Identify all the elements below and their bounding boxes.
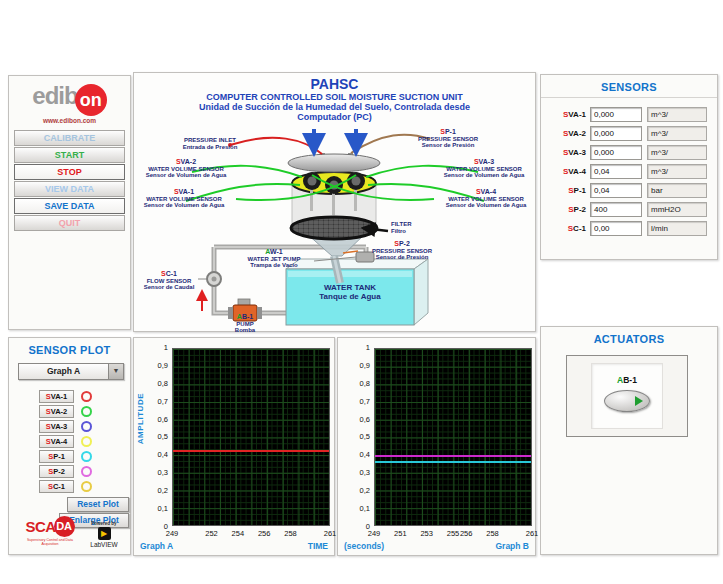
plot-series-line-red xyxy=(173,450,329,452)
calibrate-button[interactable]: CALIBRATE xyxy=(14,130,125,146)
graph-b-x-axis: 249251253255256258261 xyxy=(374,529,532,539)
x-axis-tick-label: 261 xyxy=(324,529,337,538)
x-axis-tick-label: 252 xyxy=(205,529,218,538)
legend-row-sva1: SVA-1 xyxy=(39,390,130,403)
y-axis-tick-label: 0,5 xyxy=(360,433,370,440)
sc1-plot-color-ring[interactable] xyxy=(81,481,92,492)
y-axis-tick-label: 0,1 xyxy=(158,505,168,512)
label-filter: FILTER Filtro xyxy=(391,221,437,234)
control-panel: edibon www.edibon.com CALIBRATE START ST… xyxy=(8,75,131,330)
quit-button[interactable]: QUIT xyxy=(14,215,125,231)
x-axis-tick-label: 261 xyxy=(526,529,539,538)
y-axis-tick-label: 0,4 xyxy=(158,451,168,458)
label-sva2: SVA-2 WATER VOLUME SENSOR Sensor de Volu… xyxy=(136,159,236,179)
graph-b-plot-area xyxy=(374,348,532,526)
y-axis-tick-label: 0,6 xyxy=(360,416,370,423)
actuator-inner: AB-1 xyxy=(591,363,663,429)
start-button[interactable]: START xyxy=(14,147,125,163)
y-axis-tick-label: 0,5 xyxy=(158,433,168,440)
sva2-plot-color-ring[interactable] xyxy=(81,406,92,417)
x-axis-tick-label: 258 xyxy=(284,529,297,538)
sp2-unit: mmH2O xyxy=(647,202,707,217)
scada-application-window: edibon www.edibon.com CALIBRATE START ST… xyxy=(0,0,723,584)
diagram-panel: PAHSC COMPUTER CONTROLLED SOIL MOISTURE … xyxy=(133,72,536,332)
diagram-heading: PAHSC COMPUTER CONTROLLED SOIL MOISTURE … xyxy=(134,76,535,122)
y-axis-tick-label: 0,3 xyxy=(158,469,168,476)
sc1-unit: l/min xyxy=(647,221,707,236)
label-sp2: SP-2 PRESSURE SENSOR Sensor de Presión xyxy=(358,241,446,261)
legend-row-sva2: SVA-2 xyxy=(39,405,130,418)
label-sp1: SP-1 PRESSURE SENSOR Sensor de Presión xyxy=(402,129,494,149)
sensor-row-sva3: SVA-3 0,000 m^3/ xyxy=(545,143,713,162)
sensors-title: SENSORS xyxy=(541,75,717,98)
sensor-row-sp2: SP-2 400 mmH2O xyxy=(545,200,713,219)
sensor-row-sva1: SVA-1 0,000 m^3/ xyxy=(545,105,713,124)
sva1-plot-color-ring[interactable] xyxy=(81,391,92,402)
view-data-button[interactable]: VIEW DATA xyxy=(14,181,125,197)
x-axis-tick-label: 249 xyxy=(368,529,381,538)
sp2-plot-color-ring[interactable] xyxy=(81,466,92,477)
sva4-plot-color-ring[interactable] xyxy=(81,436,92,447)
graph-selector-value[interactable]: Graph A xyxy=(19,364,108,379)
sensor-plot-title: SENSOR PLOT xyxy=(9,338,130,356)
unit-code: PAHSC xyxy=(134,76,535,92)
sp1-plot-color-ring[interactable] xyxy=(81,451,92,462)
x-axis-tick-label: 255 xyxy=(447,529,460,538)
air-flow-arrows xyxy=(314,129,356,149)
sensors-panel: SENSORS SVA-1 0,000 m^3/ SVA-2 0,000 m^3… xyxy=(540,74,718,260)
legend-row-sp2: SP-2 xyxy=(39,465,130,478)
graph-a-label: Graph A xyxy=(140,541,173,551)
sensor-plot-panel: SENSOR PLOT Graph A ▼ SVA-1 SVA-2 SVA-3 … xyxy=(8,337,131,555)
chevron-down-icon[interactable]: ▼ xyxy=(108,364,123,379)
legend-row-sp1: SP-1 xyxy=(39,450,130,463)
y-axis-tick-label: 1 xyxy=(164,344,168,351)
graph-b-y-axis: 10,90,80,70,60,50,40,30,20,10 xyxy=(338,344,370,530)
edibon-url: www.edibon.com xyxy=(9,117,130,124)
actuator-box: AB-1 xyxy=(566,355,688,437)
label-sva1: SVA-1 WATER VOLUME SENSOR Sensor de Volu… xyxy=(134,189,234,209)
reset-plot-button[interactable]: Reset Plot xyxy=(67,497,129,512)
x-axis-tick-label: 258 xyxy=(486,529,499,538)
actuators-title: ACTUATORS xyxy=(541,327,717,345)
sva4-unit: m^3/ xyxy=(647,164,707,179)
label-sva4: SVA-4 WATER VOLUME SENSOR Sensor de Volu… xyxy=(436,189,536,209)
stop-button[interactable]: STOP xyxy=(14,164,125,180)
edibon-logo-text: edib xyxy=(32,82,77,109)
graph-a-plot-area xyxy=(172,348,330,526)
graph-a-panel: AMPLITUDE 10,90,80,70,60,50,40,30,20,10 … xyxy=(133,337,335,556)
y-axis-tick-label: 0,9 xyxy=(158,362,168,369)
unit-title-es-2: Computador (PC) xyxy=(134,112,535,122)
edibon-logo: edibon www.edibon.com xyxy=(9,82,130,124)
graph-a-x-axis: 249252254256258261 xyxy=(172,529,330,539)
sva2-unit: m^3/ xyxy=(647,126,707,141)
y-axis-tick-label: 0,7 xyxy=(360,398,370,405)
sensor-row-sp1: SP-1 0,04 bar xyxy=(545,181,713,200)
ab1-pump-toggle-button[interactable] xyxy=(604,390,650,412)
sp2-value: 400 xyxy=(590,202,642,217)
labview-logo: Powered by ▶ LabVIEW xyxy=(86,521,122,548)
legend-row-sva3: SVA-3 xyxy=(39,420,130,433)
labview-arrow-icon: ▶ xyxy=(98,527,111,540)
y-axis-tick-label: 0,8 xyxy=(158,380,168,387)
play-arrow-icon xyxy=(635,396,643,406)
x-axis-label-seconds: (seconds) xyxy=(344,541,384,551)
ab1-label: AB-1 xyxy=(592,375,662,385)
graph-selector-dropdown[interactable]: Graph A ▼ xyxy=(18,363,124,380)
y-axis-tick-label: 0,3 xyxy=(360,469,370,476)
save-data-button[interactable]: SAVE DATA xyxy=(14,198,125,214)
plot-series-line-magenta xyxy=(375,455,531,457)
edibon-logo-circle: on xyxy=(75,84,107,116)
sensor-readouts: SVA-1 0,000 m^3/ SVA-2 0,000 m^3/ SVA-3 … xyxy=(545,105,713,238)
flow-sensor xyxy=(198,272,221,286)
sva3-plot-color-ring[interactable] xyxy=(81,421,92,432)
main-buttons: CALIBRATE START STOP VIEW DATA SAVE DATA… xyxy=(14,130,125,232)
label-pressure-inlet: PRESSURE INLET Entrada de Presión xyxy=(164,137,256,150)
y-axis-tick-label: 0,7 xyxy=(158,398,168,405)
sensor-row-sc1: SC-1 0,00 l/min xyxy=(545,219,713,238)
unit-title-es-1: Unidad de Succión de la Humedad del Suel… xyxy=(134,102,535,112)
label-sc1: SC-1 FLOW SENSOR Sensor de Caudal xyxy=(140,271,198,291)
sensor-row-sva4: SVA-4 0,04 m^3/ xyxy=(545,162,713,181)
vessel-lid xyxy=(288,153,380,172)
sp1-value: 0,04 xyxy=(590,183,642,198)
sva1-unit: m^3/ xyxy=(647,107,707,122)
